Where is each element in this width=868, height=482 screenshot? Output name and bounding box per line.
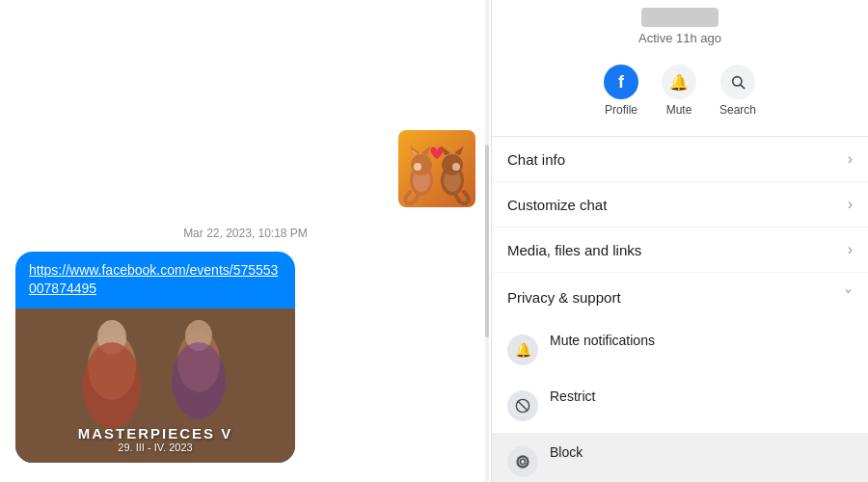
restrict-label: Restrict [550, 388, 853, 404]
chat-info-item[interactable]: Chat info › [492, 137, 868, 182]
svg-line-24 [518, 401, 529, 412]
svg-point-9 [442, 154, 463, 175]
svg-point-3 [414, 163, 421, 171]
scroll-indicator [485, 0, 489, 482]
mute-notifications-label: Mute notifications [550, 333, 853, 348]
chat-info-label: Chat info [507, 151, 565, 168]
date-separator: Mar 22, 2023, 10:18 PM [15, 227, 475, 240]
mute-action-button[interactable]: 🔔 Mute [662, 65, 696, 117]
profile-header: Active 11h ago f Profile 🔔 Mute [492, 0, 868, 137]
block-label: Block [550, 444, 853, 460]
privacy-section: Privacy & support ˅ 🔔 Mute notifications [492, 273, 868, 482]
sticker-image [398, 130, 475, 207]
media-files-links-item[interactable]: Media, files and links › [492, 228, 868, 273]
search-action-button[interactable]: Search [719, 65, 756, 117]
customize-chat-chevron: › [848, 196, 853, 213]
avatar-area [507, 8, 853, 27]
chat-info-chevron: › [848, 150, 853, 168]
privacy-support-label: Privacy & support [507, 289, 621, 306]
svg-point-2 [411, 154, 432, 175]
search-label: Search [719, 103, 756, 117]
chat-messages: Mar 22, 2023, 10:18 PM https://www.faceb… [0, 0, 491, 482]
sticker-message [15, 130, 475, 207]
link-preview-image: MASTERPIECES V 29. III - IV. 2023 [15, 308, 295, 463]
avatar [641, 8, 719, 27]
facebook-profile-icon: f [604, 65, 638, 99]
link-url[interactable]: https://www.facebook.com/events/57555300… [15, 252, 295, 308]
media-files-links-label: Media, files and links [507, 242, 641, 258]
menu-list: Chat info › Customize chat › Media, file… [492, 137, 868, 482]
preview-overlay: MASTERPIECES V 29. III - IV. 2023 [25, 425, 285, 453]
profile-action-button[interactable]: f Profile [604, 65, 638, 117]
mute-label: Mute [666, 103, 692, 117]
media-files-chevron: › [848, 241, 853, 258]
svg-marker-6 [421, 146, 431, 155]
preview-subtitle: 29. III - IV. 2023 [25, 442, 285, 453]
block-item[interactable]: Block [492, 433, 868, 482]
svg-point-27 [521, 460, 524, 463]
block-content: Block [550, 444, 853, 460]
privacy-support-header[interactable]: Privacy & support ˅ [492, 273, 868, 321]
restrict-content: Restrict [550, 388, 853, 404]
svg-line-22 [741, 85, 745, 89]
restrict-icon [507, 390, 538, 421]
privacy-support-chevron: ˅ [844, 286, 853, 308]
scroll-thumb [485, 145, 489, 337]
active-status: Active 11h ago [507, 31, 853, 45]
profile-label: Profile [605, 103, 637, 117]
restrict-item[interactable]: Restrict [492, 377, 868, 433]
mute-notifications-content: Mute notifications [550, 333, 853, 348]
chat-panel: Mar 22, 2023, 10:18 PM https://www.faceb… [0, 0, 492, 482]
mute-icon: 🔔 [662, 65, 696, 99]
link-message[interactable]: https://www.facebook.com/events/57555300… [15, 252, 295, 463]
mute-notifications-icon: 🔔 [507, 335, 538, 365]
privacy-items: 🔔 Mute notifications Restrict [492, 321, 868, 482]
svg-point-10 [452, 163, 460, 171]
mute-notifications-item[interactable]: 🔔 Mute notifications [492, 321, 868, 377]
right-panel: Active 11h ago f Profile 🔔 Mute [492, 0, 868, 482]
action-buttons: f Profile 🔔 Mute Search [507, 57, 853, 124]
block-icon [507, 446, 538, 477]
customize-chat-label: Customize chat [507, 197, 607, 213]
search-icon [720, 65, 755, 99]
svg-marker-11 [454, 146, 464, 155]
customize-chat-item[interactable]: Customize chat › [492, 182, 868, 228]
preview-title: MASTERPIECES V [25, 425, 285, 442]
link-preview: MASTERPIECES V 29. III - IV. 2023 [15, 308, 295, 463]
